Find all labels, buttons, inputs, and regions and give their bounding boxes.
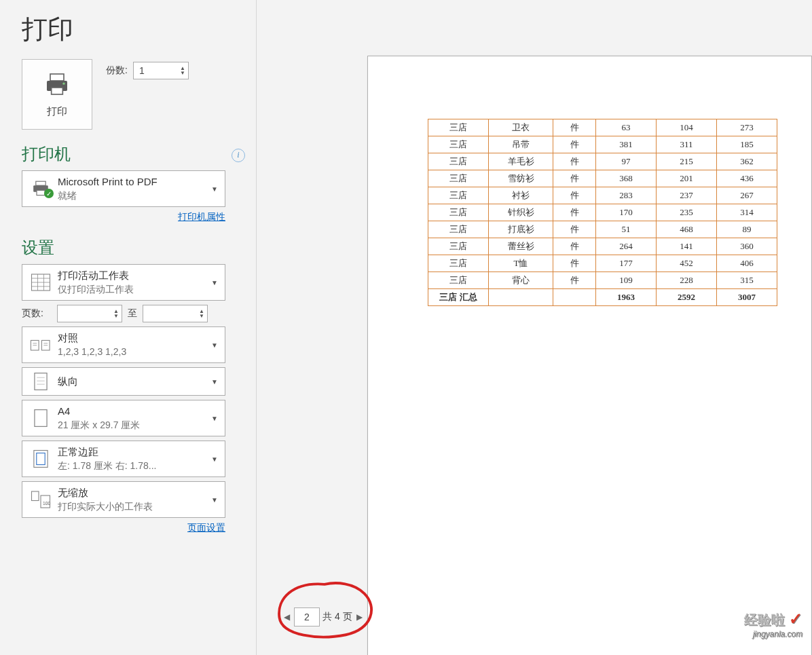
table-row: 三店针织衫件170235314 [428, 204, 777, 221]
pages-from-input[interactable]: ▲▼ [57, 305, 122, 322]
table-cell: 141 [657, 238, 717, 255]
table-cell: 三店 [428, 255, 489, 272]
table-cell: 264 [596, 238, 657, 255]
collate-desc: 1,2,3 1,2,3 1,2,3 [58, 345, 211, 358]
svg-rect-19 [35, 373, 47, 390]
pages-to-input[interactable]: ▲▼ [143, 305, 208, 322]
scaling-dropdown[interactable]: 100 无缩放 打印实际大小的工作表 ▼ [22, 481, 225, 518]
watermark: 经验啦 ✓ jingyanla.com [744, 610, 802, 639]
table-row: 三店衬衫件283237267 [428, 187, 777, 204]
table-cell: 215 [657, 153, 717, 170]
collate-icon [29, 336, 52, 354]
orientation-dropdown[interactable]: 纵向 ▼ [22, 367, 225, 396]
preview-table: 三店卫衣件63104273三店吊带件381311185三店羊毛衫件9721536… [428, 119, 777, 306]
spinner-arrows-icon[interactable]: ▲▼ [199, 309, 204, 318]
table-cell: 三店 [428, 136, 489, 153]
table-row: 三店卫衣件63104273 [428, 119, 777, 136]
preview-page: 三店卫衣件63104273三店吊带件381311185三店羊毛衫件9721536… [367, 56, 812, 655]
page-icon [29, 409, 52, 428]
watermark-text: 经验啦 [744, 612, 785, 627]
table-cell: 468 [657, 221, 717, 238]
scaling-desc: 打印实际大小的工作表 [58, 500, 211, 513]
spinner-arrows-icon[interactable]: ▲▼ [180, 66, 185, 75]
paper-size-title: A4 [58, 405, 211, 418]
table-cell [489, 289, 553, 306]
table-cell: 三店 [428, 272, 489, 289]
table-cell: 201 [657, 170, 717, 187]
table-cell: 三店 [428, 119, 489, 136]
current-page-input[interactable]: 2 [294, 607, 320, 626]
table-cell: 件 [553, 221, 596, 238]
printer-properties-link[interactable]: 打印机属性 [22, 211, 225, 223]
table-cell: 蕾丝衫 [489, 238, 553, 255]
collate-dropdown[interactable]: 对照 1,2,3 1,2,3 1,2,3 ▼ [22, 326, 225, 363]
pages-label: 页数: [22, 307, 52, 320]
table-row: 三店T恤件177452406 [428, 255, 777, 272]
svg-rect-2 [52, 88, 63, 94]
table-cell: 针织衫 [489, 204, 553, 221]
table-cell: 235 [657, 204, 717, 221]
margins-title: 正常边距 [58, 445, 211, 459]
check-icon: ✓ [44, 189, 54, 198]
table-cell: 177 [596, 255, 657, 272]
orientation-title: 纵向 [58, 375, 211, 388]
table-cell: T恤 [489, 255, 553, 272]
table-cell: 件 [553, 255, 596, 272]
chevron-down-icon: ▼ [211, 415, 218, 422]
copies-label: 份数: [106, 64, 128, 77]
table-cell: 273 [717, 119, 777, 136]
chevron-down-icon: ▼ [211, 279, 218, 286]
table-cell: 314 [717, 204, 777, 221]
table-cell: 件 [553, 136, 596, 153]
left-settings-panel: 打印 打印 份数: 1 ▲▼ 打印机 i ✓ Microsoft Print t… [0, 0, 257, 655]
table-cell: 羊毛衫 [489, 153, 553, 170]
table-cell: 三店 [428, 221, 489, 238]
table-cell: 三店 [428, 170, 489, 187]
table-cell: 436 [717, 170, 777, 187]
table-cell: 件 [553, 238, 596, 255]
info-icon[interactable]: i [232, 149, 245, 162]
printer-name: Microsoft Print to PDF [58, 175, 211, 189]
next-page-button[interactable]: ▶ [355, 612, 365, 622]
table-row: 三店雪纺衫件368201436 [428, 170, 777, 187]
settings-section-header: 设置 [22, 237, 256, 259]
print-button-label: 打印 [47, 105, 67, 118]
table-cell: 406 [717, 255, 777, 272]
table-cell: 311 [657, 136, 717, 153]
table-cell: 368 [596, 170, 657, 187]
table-cell: 362 [717, 153, 777, 170]
page-title: 打印 [22, 12, 256, 47]
paper-size-dropdown[interactable]: A4 21 厘米 x 29.7 厘米 ▼ [22, 400, 225, 436]
total-pages-label: 共 4 页 [322, 611, 352, 623]
table-cell: 51 [596, 221, 657, 238]
print-what-dropdown[interactable]: 打印活动工作表 仅打印活动工作表 ▼ [22, 264, 225, 301]
prev-page-button[interactable]: ◀ [282, 612, 291, 622]
table-cell [553, 289, 596, 306]
spinner-arrows-icon[interactable]: ▲▼ [113, 309, 119, 318]
margins-icon [29, 449, 52, 468]
page-setup-link[interactable]: 页面设置 [22, 522, 225, 534]
print-button[interactable]: 打印 [22, 59, 92, 130]
table-totals-row: 三店 汇总196325923007 [428, 289, 777, 306]
page-navigation: ◀ 2 共 4 页 ▶ [282, 607, 365, 626]
table-cell: 打底衫 [489, 221, 553, 238]
margins-dropdown[interactable]: 正常边距 左: 1.78 厘米 右: 1.78... ▼ [22, 441, 225, 477]
copies-spinner[interactable]: 1 ▲▼ [133, 62, 189, 79]
watermark-url: jingyanla.com [744, 629, 802, 639]
table-cell: 97 [596, 153, 657, 170]
collate-title: 对照 [58, 331, 211, 345]
chevron-down-icon: ▼ [211, 378, 218, 386]
printer-select-dropdown[interactable]: ✓ Microsoft Print to PDF 就绪 ▼ [22, 170, 225, 207]
table-cell: 三店 [428, 153, 489, 170]
chevron-down-icon: ▼ [211, 496, 218, 504]
chevron-down-icon: ▼ [211, 185, 218, 193]
table-cell: 237 [657, 187, 717, 204]
table-cell: 背心 [489, 272, 553, 289]
scaling-title: 无缩放 [58, 486, 211, 500]
table-cell: 件 [553, 272, 596, 289]
table-cell: 件 [553, 187, 596, 204]
copies-value: 1 [139, 65, 145, 76]
table-cell: 件 [553, 153, 596, 170]
copies-row: 份数: 1 ▲▼ [106, 62, 189, 79]
table-cell: 1963 [596, 289, 657, 306]
